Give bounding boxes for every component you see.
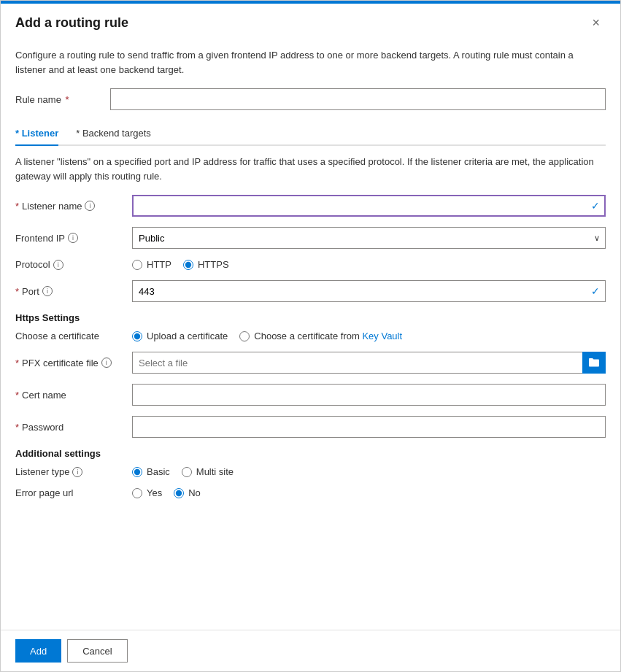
https-settings-heading: Https Settings xyxy=(15,312,606,323)
frontend-ip-select[interactable]: Public Private xyxy=(132,227,606,249)
listener-section-description: A listener "listens" on a specified port… xyxy=(15,155,606,183)
tab-listener[interactable]: * Listener xyxy=(15,122,58,144)
listener-type-row: Listener type i Basic Multi site xyxy=(15,466,606,477)
certificate-radio-group: Upload a certificate Choose a certificat… xyxy=(132,331,402,341)
cert-name-input[interactable] xyxy=(132,384,606,406)
frontend-ip-row: Frontend IP i Public Private ∨ xyxy=(15,227,606,249)
frontend-ip-info-icon[interactable]: i xyxy=(68,233,78,243)
protocol-row: Protocol i HTTP HTTPS xyxy=(15,259,606,270)
dialog-body: Configure a routing rule to send traffic… xyxy=(1,42,620,630)
password-label: * Password xyxy=(15,422,132,433)
protocol-info-icon[interactable]: i xyxy=(53,260,63,270)
error-page-url-row: Error page url Yes No xyxy=(15,487,606,498)
protocol-https-option[interactable]: HTTPS xyxy=(183,259,229,270)
add-routing-rule-dialog: Add a routing rule × Configure a routing… xyxy=(0,0,621,672)
listener-name-info-icon[interactable]: i xyxy=(85,201,95,211)
listener-name-label: * Listener name i xyxy=(15,201,132,212)
key-vault-link[interactable]: Key Vault xyxy=(362,331,402,341)
pfx-file-info-icon[interactable]: i xyxy=(101,358,112,368)
error-page-url-yes-radio[interactable] xyxy=(132,488,142,498)
intro-text: Configure a routing rule to send traffic… xyxy=(15,42,606,77)
tabs-container: * Listener * Backend targets xyxy=(15,122,606,146)
dialog-title: Add a routing rule xyxy=(15,15,128,31)
close-button[interactable]: × xyxy=(586,12,606,34)
frontend-ip-label: Frontend IP i xyxy=(15,233,132,244)
cert-name-label: * Cert name xyxy=(15,390,132,401)
listener-type-info-icon[interactable]: i xyxy=(72,467,82,477)
tab-backend-targets[interactable]: * Backend targets xyxy=(76,122,151,144)
top-accent-bar xyxy=(1,1,620,4)
error-page-url-radio-group: Yes No xyxy=(132,487,201,498)
upload-cert-option[interactable]: Upload a certificate xyxy=(132,331,228,341)
protocol-http-option[interactable]: HTTP xyxy=(132,259,171,270)
listener-name-wrapper: listenHTTPS ✓ xyxy=(132,195,606,217)
password-row: * Password xyxy=(15,416,606,438)
choose-certificate-row: Choose a certificate Upload a certificat… xyxy=(15,331,606,341)
listener-name-row: * Listener name i listenHTTPS ✓ xyxy=(15,195,606,217)
listener-type-basic-radio[interactable] xyxy=(132,467,142,477)
cancel-button[interactable]: Cancel xyxy=(67,639,127,663)
pfx-file-label: * PFX certificate file i xyxy=(15,358,132,368)
pfx-file-row: * PFX certificate file i xyxy=(15,352,606,374)
upload-cert-radio[interactable] xyxy=(132,331,142,341)
frontend-ip-wrapper: Public Private ∨ xyxy=(132,227,606,249)
listener-type-basic-option[interactable]: Basic xyxy=(132,466,170,477)
rule-name-input[interactable] xyxy=(110,88,606,110)
port-row: * Port i 443 80 ✓ xyxy=(15,280,606,302)
error-page-url-label: Error page url xyxy=(15,487,132,498)
listener-type-radio-group: Basic Multi site xyxy=(132,466,234,477)
dialog-footer: Add Cancel xyxy=(1,630,620,671)
port-wrapper: 443 80 ✓ xyxy=(132,280,606,302)
pfx-file-input[interactable] xyxy=(132,352,582,374)
protocol-radio-group: HTTP HTTPS xyxy=(132,259,229,270)
error-page-url-no-option[interactable]: No xyxy=(174,487,201,498)
port-label: * Port i xyxy=(15,286,132,297)
listener-type-label: Listener type i xyxy=(15,466,132,477)
cert-name-row: * Cert name xyxy=(15,384,606,406)
rule-name-label: Rule name * xyxy=(15,94,110,105)
protocol-https-radio[interactable] xyxy=(183,260,193,270)
additional-settings-heading: Additional settings xyxy=(15,448,606,459)
key-vault-cert-radio[interactable] xyxy=(239,331,250,341)
choose-certificate-label: Choose a certificate xyxy=(15,331,132,341)
listener-type-multisite-option[interactable]: Multi site xyxy=(182,466,234,477)
listener-type-multisite-radio[interactable] xyxy=(182,467,192,477)
folder-icon xyxy=(588,357,600,368)
listener-name-check-icon: ✓ xyxy=(591,200,600,212)
dialog-header: Add a routing rule × xyxy=(1,1,620,42)
key-vault-cert-option[interactable]: Choose a certificate from Key Vault xyxy=(239,331,402,341)
port-check-icon: ✓ xyxy=(591,285,600,297)
protocol-label: Protocol i xyxy=(15,259,132,270)
pfx-input-group xyxy=(132,352,606,374)
error-page-url-yes-option[interactable]: Yes xyxy=(132,487,162,498)
add-button[interactable]: Add xyxy=(15,639,61,663)
error-page-url-no-radio[interactable] xyxy=(174,488,184,498)
port-select[interactable]: 443 80 xyxy=(132,280,606,302)
password-input[interactable] xyxy=(132,416,606,438)
rule-name-row: Rule name * xyxy=(15,88,606,110)
pfx-browse-button[interactable] xyxy=(582,352,606,374)
listener-name-input[interactable]: listenHTTPS xyxy=(132,195,606,217)
protocol-http-radio[interactable] xyxy=(132,260,142,270)
port-info-icon[interactable]: i xyxy=(42,286,53,296)
